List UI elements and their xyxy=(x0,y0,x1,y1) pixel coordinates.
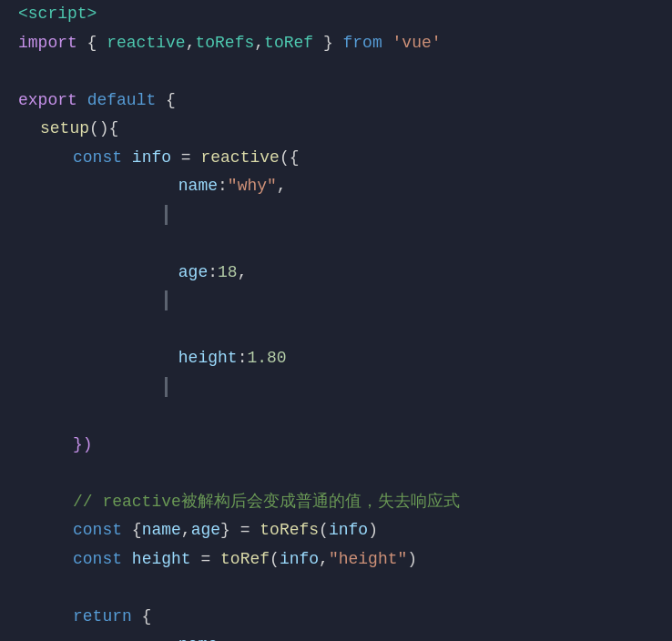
space8: { xyxy=(132,603,152,632)
comma4: , xyxy=(238,259,248,288)
name-return: name xyxy=(178,631,218,641)
return-keyword: return xyxy=(73,603,132,632)
age-destructure: age xyxy=(191,516,220,545)
const-keyword3: const xyxy=(73,545,122,575)
code-line-blank2 xyxy=(0,459,672,488)
close-brace: } xyxy=(313,29,342,58)
reactive-fn: reactive xyxy=(107,29,185,58)
toref-call: toRef xyxy=(220,545,270,575)
space6: { xyxy=(122,516,142,545)
comma6: , xyxy=(319,545,329,575)
reactive-call: reactive xyxy=(200,144,279,173)
code-line-3: export default { xyxy=(0,86,672,116)
parens: (){ xyxy=(89,115,118,144)
height-string: "height" xyxy=(329,545,407,575)
code-line-14: name , xyxy=(0,631,672,641)
const-keyword1: const xyxy=(73,144,122,173)
code-line-13: return { xyxy=(0,603,672,632)
code-line-7: age : 18 , xyxy=(0,259,672,345)
close-paren3: ) xyxy=(407,545,417,575)
code-line-4: setup (){ xyxy=(0,115,672,144)
space2 xyxy=(382,29,392,58)
setup-fn: setup xyxy=(40,115,89,144)
name-destructure: name xyxy=(142,516,181,545)
indent-bar4 xyxy=(106,631,178,641)
colon3: : xyxy=(238,344,248,373)
colon1: : xyxy=(218,172,228,201)
indent-bar1 xyxy=(106,172,178,259)
import-keyword: import xyxy=(18,29,77,58)
info-var: info xyxy=(132,144,171,173)
code-line-blank3 xyxy=(0,574,672,603)
space1: { xyxy=(77,29,107,58)
age-value: 18 xyxy=(218,259,238,288)
name-value: "why" xyxy=(228,172,277,201)
code-line-8: height : 1.80 xyxy=(0,344,672,431)
indent-bar3 xyxy=(106,344,178,431)
code-line-10: // reactive被解构后会变成普通的值，失去响应式 xyxy=(0,488,672,517)
vue-string: 'vue' xyxy=(392,29,442,58)
info-arg2: info xyxy=(280,545,319,575)
default-keyword: default xyxy=(87,86,157,116)
height-prop: height xyxy=(178,344,238,373)
info-arg1: info xyxy=(329,516,368,545)
name-prop: name xyxy=(178,172,218,201)
from-keyword: from xyxy=(343,29,382,58)
age-prop: age xyxy=(178,259,208,288)
toref-fn: toRef xyxy=(264,29,313,58)
open-paren3: ( xyxy=(270,545,280,575)
comma2: , xyxy=(254,29,264,58)
space4: { xyxy=(156,86,176,116)
code-line-5: const info = reactive ({ xyxy=(0,144,672,173)
script-tag: <script> xyxy=(18,0,97,29)
open-paren1: ({ xyxy=(280,144,300,173)
torefs-fn: toRefs xyxy=(195,29,254,58)
space7 xyxy=(122,545,132,575)
code-line-9: }) xyxy=(0,431,672,460)
code-line-6: name : "why" , xyxy=(0,172,672,259)
eq1: = xyxy=(171,144,200,173)
torefs-call: toRefs xyxy=(260,516,319,545)
close-paren2: ) xyxy=(368,516,378,545)
code-line-11: const { name , age } = toRefs ( info ) xyxy=(0,516,672,545)
comment-text: // reactive被解构后会变成普通的值，失去响应式 xyxy=(73,488,460,517)
height-value: 1.80 xyxy=(247,344,286,373)
const-keyword2: const xyxy=(73,516,122,545)
space3 xyxy=(77,86,87,116)
comma5: , xyxy=(181,516,191,545)
open-paren2: ( xyxy=(319,516,329,545)
comma7: , xyxy=(218,631,228,641)
code-line-blank1 xyxy=(0,57,672,86)
code-line-12: const height = toRef ( info , "height" ) xyxy=(0,545,672,575)
comma3: , xyxy=(277,172,287,201)
code-line-1: <script> xyxy=(0,0,672,29)
close-reactive: }) xyxy=(73,431,93,460)
height-var: height xyxy=(132,545,191,575)
code-editor: <script> import { reactive , toRefs , to… xyxy=(0,0,672,641)
colon2: : xyxy=(208,259,218,288)
close-dest: } = xyxy=(220,516,260,545)
space5 xyxy=(122,144,132,173)
export-keyword: export xyxy=(18,86,77,116)
eq2: = xyxy=(191,545,220,575)
comma1: , xyxy=(186,29,196,58)
code-line-2: import { reactive , toRefs , toRef } fro… xyxy=(0,29,672,58)
indent-bar2 xyxy=(106,259,178,345)
